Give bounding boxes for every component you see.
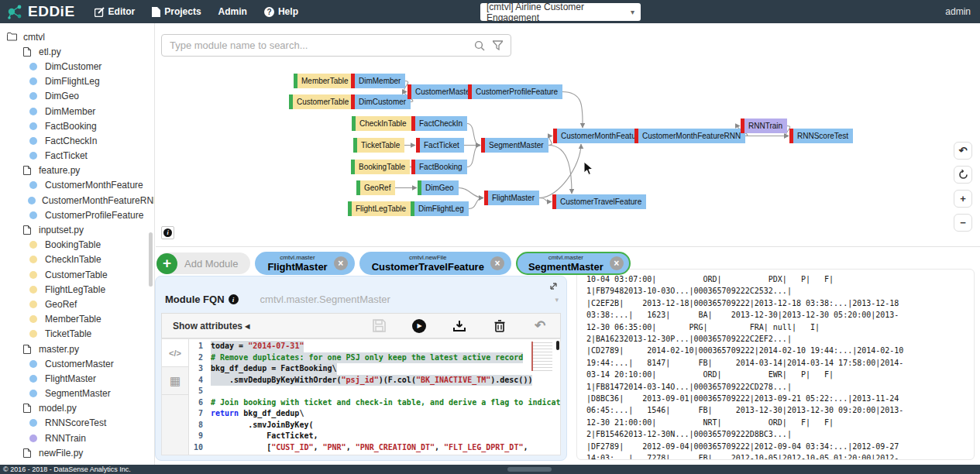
- sidebar-item-FactCheckIn[interactable]: FactCheckIn: [0, 133, 154, 148]
- close-icon[interactable]: ×: [334, 256, 348, 270]
- sidebar-item-etl.py[interactable]: etl.py: [0, 44, 154, 59]
- editor-scrollbar[interactable]: [556, 341, 559, 350]
- file-icon: [22, 47, 33, 57]
- nav-help[interactable]: ? Help: [256, 0, 307, 23]
- graph-node-CheckInTable[interactable]: CheckInTable: [352, 116, 411, 131]
- sidebar-item-feature.py[interactable]: feature.py: [0, 163, 154, 178]
- nav-admin[interactable]: Admin: [210, 0, 256, 23]
- add-module-button[interactable]: + Add Module: [156, 252, 250, 274]
- sidebar-item-model.py[interactable]: model.py: [0, 401, 154, 416]
- horizontal-scrollbar[interactable]: [507, 467, 552, 472]
- download-button[interactable]: [439, 320, 480, 332]
- graph-refresh-button[interactable]: [954, 166, 972, 184]
- graph-node-DimFlightLeg[interactable]: DimFlightLeg: [411, 201, 469, 216]
- code-view-button[interactable]: </>: [162, 339, 188, 367]
- search-icon[interactable]: [474, 40, 485, 51]
- sidebar-item-CheckInTable[interactable]: CheckInTable: [0, 252, 154, 267]
- sidebar-item-newFile.py[interactable]: newFile.py: [0, 445, 154, 460]
- graph-zoom-out-button[interactable]: −: [954, 214, 972, 232]
- filter-icon[interactable]: [493, 40, 503, 50]
- sidebar-item-FlightMaster[interactable]: FlightMaster: [0, 371, 154, 386]
- graph-node-FlightLegTable[interactable]: FlightLegTable: [348, 201, 411, 216]
- module-status-icon: [28, 77, 39, 85]
- project-select[interactable]: [cmtvl] Airline Customer Engagement ▾: [480, 3, 641, 21]
- close-icon[interactable]: ×: [490, 256, 504, 270]
- graph-node-MemberTable[interactable]: MemberTable: [294, 74, 353, 88]
- graph-node-CustomerTravelFeature[interactable]: CustomerTravelFeature: [552, 194, 646, 209]
- sidebar-item-SegmentMaster[interactable]: SegmentMaster: [0, 386, 154, 401]
- graph-node-FactTicket[interactable]: FactTicket: [416, 138, 464, 153]
- graph-node-BookingTable[interactable]: BookingTable: [351, 160, 410, 174]
- graph-node-TicketTable[interactable]: TicketTable: [353, 138, 404, 153]
- graph-node-SegmentMaster[interactable]: SegmentMaster: [481, 138, 548, 153]
- brand[interactable]: EDDiE: [0, 3, 86, 20]
- sidebar-item-FactBooking[interactable]: FactBooking: [0, 118, 154, 133]
- sidebar-item-DimGeo[interactable]: DimGeo: [0, 89, 154, 104]
- graph-zoom-in-button[interactable]: +: [954, 190, 972, 208]
- graph-node-CustomerTable[interactable]: CustomerTable: [289, 94, 353, 109]
- graph-node-DimGeo[interactable]: DimGeo: [418, 180, 459, 195]
- output-panel[interactable]: 10-04 03:07:00| ORD| PDX| P| F|1|FB79482…: [576, 269, 975, 460]
- output-line: 19:44:...| 8147| FB| 2014-03-14|2014-03-…: [586, 357, 974, 369]
- sidebar-scrollbar[interactable]: [149, 232, 153, 287]
- node-label: CustomerMonthFeatureRNN: [642, 132, 741, 140]
- save-icon: [373, 319, 386, 332]
- sidebar-item-master.py[interactable]: master.py: [0, 342, 154, 356]
- graph-node-GeoRef[interactable]: GeoRef: [356, 180, 395, 195]
- nav-projects[interactable]: Projects: [143, 0, 209, 23]
- graph-node-RNNTrain[interactable]: RNNTrain: [741, 118, 787, 133]
- sidebar-item-CustomerProfileFeature[interactable]: CustomerProfileFeature: [0, 208, 154, 222]
- save-button[interactable]: [359, 319, 399, 332]
- graph-undo-button[interactable]: ↶: [954, 142, 972, 160]
- sidebar-item-FactTicket[interactable]: FactTicket: [0, 149, 154, 163]
- module-fqn-value[interactable]: cmtvl.master.SegmentMaster: [260, 294, 555, 305]
- table-view-button[interactable]: ▦: [162, 367, 188, 395]
- nav-projects-label: Projects: [164, 6, 201, 17]
- graph-node-FlightMaster[interactable]: FlightMaster: [484, 191, 539, 205]
- close-icon[interactable]: ×: [610, 256, 624, 270]
- nav-editor[interactable]: Editor: [86, 0, 144, 23]
- graph-node-CustomerMonthFeatureRNN[interactable]: CustomerMonthFeatureRNN: [634, 129, 745, 143]
- sidebar-item-DimMember[interactable]: DimMember: [0, 104, 154, 118]
- fqn-caret-icon[interactable]: ▾: [555, 296, 559, 304]
- graph-node-DimCustomer[interactable]: DimCustomer: [351, 94, 411, 109]
- user-name[interactable]: admin: [945, 0, 971, 23]
- search-input[interactable]: [162, 40, 474, 51]
- sidebar-item-MemberTable[interactable]: MemberTable: [0, 312, 154, 327]
- graph-node-FactCheckIn[interactable]: FactCheckIn: [411, 116, 467, 131]
- graph-node-FactBooking[interactable]: FactBooking: [411, 160, 467, 174]
- fqn-info-icon[interactable]: i: [229, 294, 239, 304]
- graph-node-CustomerMaster[interactable]: CustomerMaster: [407, 84, 477, 99]
- sidebar-item-CustomerMaster[interactable]: CustomerMaster: [0, 356, 154, 371]
- graph-node-RNNScoreTest[interactable]: RNNScoreTest: [789, 129, 853, 143]
- module-tab-CustomerTravelFeature[interactable]: cmtvl.newFileCustomerTravelFeature×: [359, 252, 511, 275]
- module-tab-SegmentMaster[interactable]: cmtvl.masterSegmentMaster×: [516, 252, 631, 275]
- sidebar-item-TicketTable[interactable]: TicketTable: [0, 327, 154, 342]
- output-line: |DF2789| 2012-09-04|000365709222|2012-09…: [586, 441, 974, 452]
- graph-info-button[interactable]: i: [161, 226, 174, 239]
- code-area[interactable]: 1today = "2014-07-31"2# Remove duplicate…: [189, 339, 560, 455]
- graph-node-DimMember[interactable]: DimMember: [351, 74, 405, 88]
- sidebar-item-BookingTable[interactable]: BookingTable: [0, 238, 154, 252]
- sidebar-item-DimCustomer[interactable]: DimCustomer: [0, 59, 154, 74]
- run-button[interactable]: ▶: [399, 319, 439, 333]
- graph-node-CustomerMonthFeature[interactable]: CustomerMonthFeature: [553, 129, 648, 143]
- sidebar-item-CustomerMonthFeatureRNN[interactable]: CustomerMonthFeatureRNN: [0, 193, 154, 208]
- graph-node-CustomerProfileFeature[interactable]: CustomerProfileFeature: [468, 84, 562, 99]
- delete-button[interactable]: [480, 320, 520, 332]
- sidebar-item-CustomerTable[interactable]: CustomerTable: [0, 267, 154, 282]
- undo-button[interactable]: ↶: [520, 318, 560, 334]
- expand-icon[interactable]: [548, 280, 559, 294]
- sidebar-item-FlightLegTable[interactable]: FlightLegTable: [0, 282, 154, 297]
- sidebar-item-label: FactCheckIn: [45, 136, 97, 146]
- sidebar-item-GeoRef[interactable]: GeoRef: [0, 297, 154, 311]
- sidebar-item-inputset.py[interactable]: inputset.py: [0, 222, 154, 237]
- module-tab-FlightMaster[interactable]: cmtvl.masterFlightMaster×: [255, 252, 354, 275]
- show-attributes-toggle[interactable]: Show attributes ◂: [173, 321, 359, 331]
- sidebar-item-cmtvl[interactable]: cmtvl: [0, 29, 154, 44]
- sidebar-item-RNNTrain[interactable]: RNNTrain: [0, 431, 154, 445]
- sidebar-item-DimFlightLeg[interactable]: DimFlightLeg: [0, 74, 154, 89]
- sidebar-item-RNNScoreTest[interactable]: RNNScoreTest: [0, 416, 154, 431]
- sidebar-item-CustomerMonthFeature[interactable]: CustomerMonthFeature: [0, 178, 154, 193]
- sidebar-item-label: inputset.py: [39, 225, 84, 235]
